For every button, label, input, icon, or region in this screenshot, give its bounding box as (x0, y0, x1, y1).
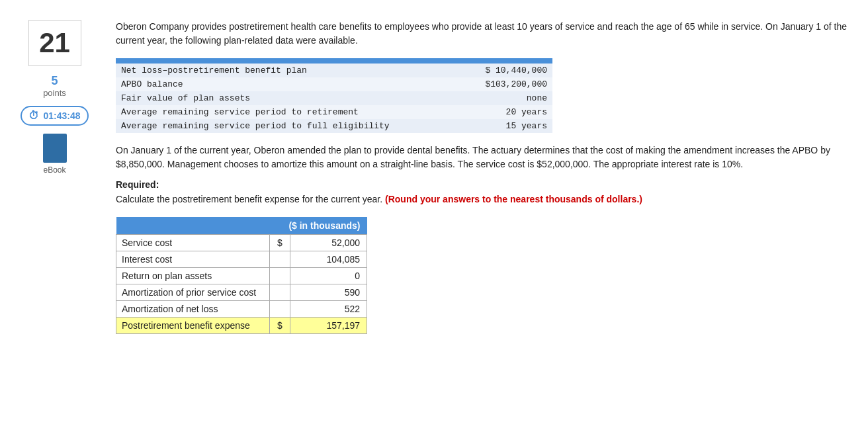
answer-row-value: 0 (290, 268, 367, 284)
main-content: Oberon Company provides postretirement h… (109, 13, 868, 341)
amendment-text: On January 1 of the current year, Oberon… (116, 144, 848, 171)
timer-icon: ⏱ (28, 110, 39, 122)
answer-row-label: Service cost (116, 235, 270, 251)
data-table-header (116, 58, 552, 64)
sidebar: 21 5 points ⏱ 01:43:48 eBook (0, 13, 109, 341)
required-note: (Round your answers to the nearest thous… (385, 194, 642, 204)
answer-row-value: 522 (290, 301, 367, 318)
question-number: 21 (39, 27, 70, 59)
data-table-row: Net loss–postretirement benefit plan $ 1… (116, 64, 552, 77)
ebook-section[interactable]: eBook (43, 134, 67, 175)
answer-table: ($ in thousands) Service cost $ 52,000 I… (116, 217, 367, 334)
data-row-value: 20 years (462, 105, 552, 119)
answer-row-dollar: $ (269, 318, 290, 334)
data-row-label: Average remaining service period to reti… (116, 105, 462, 119)
intro-text: Oberon Company provides postretirement h… (116, 20, 848, 48)
answer-row-label: Amortization of net loss (116, 301, 270, 318)
data-row-value: 15 years (462, 119, 552, 133)
ebook-label: eBook (43, 165, 65, 175)
question-number-box: 21 (28, 20, 81, 66)
answer-row-dollar: $ (269, 235, 290, 251)
points-section: 5 points (43, 74, 66, 98)
required-text-main: Calculate the postretirement benefit exp… (116, 194, 382, 204)
answer-table-header: ($ in thousands) (116, 217, 367, 235)
answer-row-dollar (269, 284, 290, 301)
timer-display: 01:43:48 (43, 110, 80, 121)
answer-table-row: Return on plan assets 0 (116, 268, 367, 284)
required-text: Calculate the postretirement benefit exp… (116, 193, 848, 206)
ebook-icon (43, 134, 67, 163)
answer-table-row: Amortization of prior service cost 590 (116, 284, 367, 301)
answer-row-value: 52,000 (290, 235, 367, 251)
points-label: points (43, 88, 66, 98)
data-table-row: APBO balance $103,200,000 (116, 77, 552, 91)
answer-row-label: Amortization of prior service cost (116, 284, 270, 301)
data-row-value: $103,200,000 (462, 77, 552, 91)
answer-row-dollar (269, 251, 290, 268)
plan-data-table: Net loss–postretirement benefit plan $ 1… (116, 58, 552, 133)
data-row-label: APBO balance (116, 77, 462, 91)
data-table-row: Average remaining service period to reti… (116, 105, 552, 119)
required-label: Required: (116, 179, 848, 190)
answer-row-label: Postretirement benefit expense (116, 318, 270, 334)
answer-table-row: Postretirement benefit expense $ 157,197 (116, 318, 367, 334)
data-row-value: none (462, 91, 552, 105)
data-table-row: Average remaining service period to full… (116, 119, 552, 133)
answer-table-row: Interest cost 104,085 (116, 251, 367, 268)
answer-row-label: Return on plan assets (116, 268, 270, 284)
answer-row-value: 590 (290, 284, 367, 301)
answer-row-dollar (269, 301, 290, 318)
answer-row-value: 157,197 (290, 318, 367, 334)
answer-row-dollar (269, 268, 290, 284)
answer-row-value: 104,085 (290, 251, 367, 268)
answer-table-row: Amortization of net loss 522 (116, 301, 367, 318)
points-number: 5 (51, 74, 58, 88)
data-row-value: $ 10,440,000 (462, 64, 552, 77)
data-row-label: Average remaining service period to full… (116, 119, 462, 133)
data-table-row: Fair value of plan assets none (116, 91, 552, 105)
answer-row-label: Interest cost (116, 251, 270, 268)
data-row-label: Net loss–postretirement benefit plan (116, 64, 462, 77)
timer-box: ⏱ 01:43:48 (21, 106, 88, 126)
data-row-label: Fair value of plan assets (116, 91, 462, 105)
answer-table-row: Service cost $ 52,000 (116, 235, 367, 251)
